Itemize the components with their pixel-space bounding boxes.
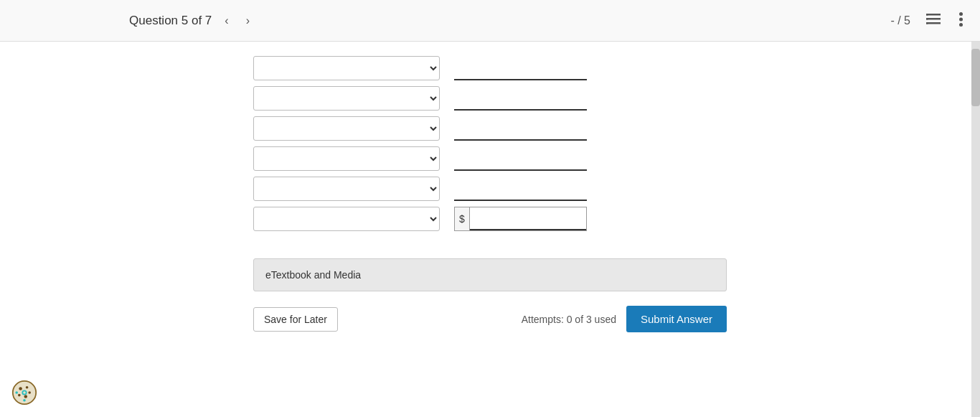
svg-rect-0: [926, 14, 941, 16]
svg-rect-2: [926, 22, 941, 24]
header-right: - / 5: [890, 9, 966, 32]
svg-rect-3: [926, 14, 928, 16]
dropdown-1[interactable]: [253, 56, 440, 80]
dropdown-5[interactable]: [253, 177, 440, 201]
svg-point-6: [959, 12, 963, 16]
table-row: [253, 177, 727, 201]
input-cell-5: [454, 177, 587, 201]
text-input-6[interactable]: [470, 207, 586, 230]
text-input-1[interactable]: [454, 56, 587, 80]
next-question-button[interactable]: ›: [242, 12, 254, 29]
svg-point-14: [28, 391, 31, 394]
svg-point-10: [19, 387, 22, 390]
save-for-later-button[interactable]: Save for Later: [253, 307, 338, 332]
more-icon: [959, 12, 963, 27]
input-cell-4: [454, 146, 587, 171]
cookie-icon-button[interactable]: [11, 380, 37, 406]
header-left: Question 5 of 7 ‹ ›: [14, 12, 890, 29]
attempts-text: Attempts: 0 of 3 used: [522, 314, 616, 325]
more-options-button[interactable]: [956, 9, 966, 32]
dropdown-6[interactable]: [253, 207, 440, 231]
footer-actions: Save for Later Attempts: 0 of 3 used Sub…: [253, 306, 727, 339]
scrollbar-thumb[interactable]: [971, 49, 980, 106]
header: Question 5 of 7 ‹ › - / 5: [0, 0, 980, 42]
dropdown-4[interactable]: [253, 146, 440, 171]
dropdown-cell-5: [253, 177, 440, 201]
input-cell-2: [454, 86, 587, 111]
dollar-sign: $: [455, 207, 470, 230]
question-label: Question 5 of 7: [129, 14, 212, 28]
svg-point-7: [959, 18, 963, 22]
dropdown-cell-4: [253, 146, 440, 171]
form-area: $ eTextbook and Media Save for Later Att…: [239, 56, 741, 339]
prev-question-button[interactable]: ‹: [220, 12, 232, 29]
svg-rect-5: [926, 22, 928, 24]
dropdown-cell-3: [253, 116, 440, 141]
score-display: - / 5: [890, 14, 910, 27]
list-view-button[interactable]: [923, 10, 943, 31]
table-row: [253, 116, 727, 141]
main-content: $ eTextbook and Media Save for Later Att…: [0, 42, 980, 417]
svg-point-12: [18, 394, 21, 397]
svg-point-13: [24, 395, 28, 398]
svg-rect-1: [926, 18, 941, 20]
text-input-2[interactable]: [454, 86, 587, 111]
input-cell-6-dollar: $: [454, 207, 587, 231]
dropdown-2[interactable]: [253, 86, 440, 111]
etextbook-bar[interactable]: eTextbook and Media: [253, 258, 727, 291]
scrollbar-track: [971, 42, 980, 417]
table-row: [253, 56, 727, 80]
svg-point-17: [23, 399, 26, 402]
dropdown-cell-6: [253, 207, 440, 231]
input-cell-3: [454, 116, 587, 141]
table-row: [253, 86, 727, 111]
text-input-5[interactable]: [454, 177, 587, 201]
input-cell-1: [454, 56, 587, 80]
dropdown-cell-2: [253, 86, 440, 111]
table-row: $: [253, 207, 727, 231]
right-actions: Attempts: 0 of 3 used Submit Answer: [522, 306, 727, 332]
submit-answer-button[interactable]: Submit Answer: [626, 306, 727, 332]
dropdown-cell-1: [253, 56, 440, 80]
svg-point-16: [15, 391, 18, 394]
table-row: [253, 146, 727, 171]
text-input-4[interactable]: [454, 146, 587, 171]
form-rows: $: [253, 56, 727, 237]
dropdown-3[interactable]: [253, 116, 440, 141]
list-icon: [926, 13, 941, 26]
svg-point-8: [959, 23, 963, 27]
svg-rect-4: [926, 18, 928, 20]
text-input-3[interactable]: [454, 116, 587, 141]
svg-point-11: [26, 386, 29, 389]
